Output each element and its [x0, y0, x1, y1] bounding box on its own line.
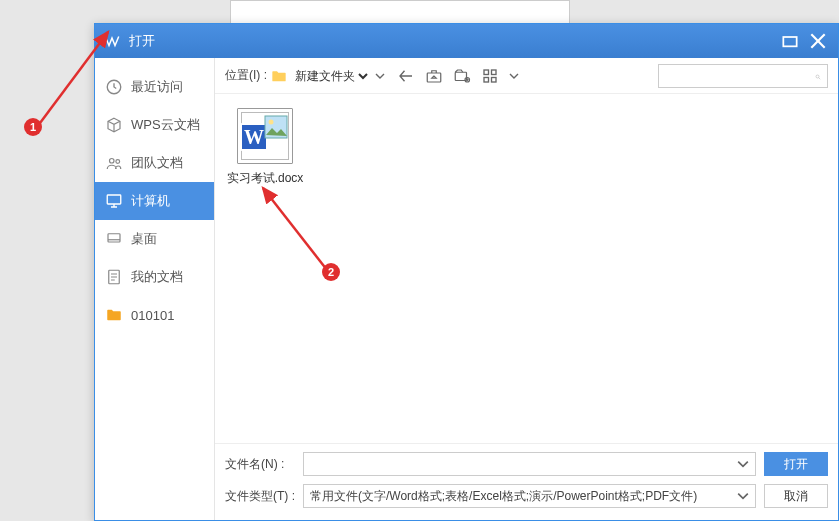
- document-icon: [105, 268, 123, 286]
- location-select[interactable]: 新建文件夹: [291, 68, 371, 84]
- sidebar-item-010101[interactable]: 010101: [95, 296, 214, 334]
- search-box[interactable]: [658, 64, 828, 88]
- filetype-label: 文件类型(T) :: [225, 488, 295, 505]
- sidebar-item-mydocs[interactable]: 我的文档: [95, 258, 214, 296]
- sidebar-item-label: 我的文档: [131, 268, 183, 286]
- sidebar-item-team[interactable]: 团队文档: [95, 144, 214, 182]
- svg-point-18: [816, 75, 819, 78]
- chevron-down-icon: [375, 71, 385, 81]
- sidebar-item-label: 最近访问: [131, 78, 183, 96]
- open-dialog: 打开 最近访问 WPS云文档 团队文档: [94, 23, 839, 521]
- svg-point-6: [110, 159, 115, 164]
- monitor-icon: [105, 192, 123, 210]
- window-title: 打开: [129, 32, 782, 50]
- sidebar-item-cloud[interactable]: WPS云文档: [95, 106, 214, 144]
- background-document-strip: [230, 0, 570, 23]
- chevron-down-icon: [737, 458, 749, 470]
- file-thumbnail: W: [237, 108, 293, 164]
- svg-rect-11: [427, 73, 441, 82]
- toolbar: 位置(I) : 新建文件夹: [215, 58, 838, 94]
- file-area[interactable]: W 实习考试.docx: [215, 94, 838, 443]
- sidebar: 最近访问 WPS云文档 团队文档 计算机 桌面 我的文档: [95, 58, 215, 520]
- filetype-combo[interactable]: 常用文件(文字/Word格式;表格/Excel格式;演示/PowerPoint格…: [303, 484, 756, 508]
- sidebar-item-computer[interactable]: 计算机: [95, 182, 214, 220]
- svg-point-7: [116, 160, 120, 164]
- svg-rect-16: [484, 77, 489, 82]
- filetype-value: 常用文件(文字/Word格式;表格/Excel格式;演示/PowerPoint格…: [310, 488, 737, 505]
- file-item[interactable]: W 实习考试.docx: [225, 108, 305, 187]
- team-icon: [105, 154, 123, 172]
- location-label: 位置(I) :: [225, 67, 267, 84]
- titlebar[interactable]: 打开: [95, 24, 838, 58]
- file-name: 实习考试.docx: [225, 170, 305, 187]
- annotation-badge-1: 1: [24, 118, 42, 136]
- sidebar-item-label: 桌面: [131, 230, 157, 248]
- filename-label: 文件名(N) :: [225, 456, 295, 473]
- cancel-button[interactable]: 取消: [764, 484, 828, 508]
- wps-logo-icon: [103, 32, 121, 50]
- desktop-icon: [105, 230, 123, 248]
- svg-rect-15: [492, 70, 497, 75]
- search-input[interactable]: [665, 69, 815, 83]
- clock-icon: [105, 78, 123, 96]
- open-button[interactable]: 打开: [764, 452, 828, 476]
- svg-rect-9: [108, 234, 120, 242]
- filename-combo[interactable]: [303, 452, 756, 476]
- sidebar-item-label: 010101: [131, 308, 174, 323]
- folder-icon: [271, 69, 287, 83]
- back-icon[interactable]: [397, 67, 415, 85]
- chevron-down-icon[interactable]: [509, 71, 519, 81]
- svg-rect-14: [484, 70, 489, 75]
- location-row: 位置(I) : 新建文件夹: [225, 67, 385, 84]
- folder-icon: [105, 306, 123, 324]
- sidebar-item-desktop[interactable]: 桌面: [95, 220, 214, 258]
- svg-rect-17: [492, 77, 497, 82]
- minimize-button[interactable]: [782, 33, 798, 49]
- sidebar-item-label: WPS云文档: [131, 116, 200, 134]
- sidebar-item-label: 计算机: [131, 192, 170, 210]
- chevron-down-icon: [737, 490, 749, 502]
- new-folder-icon[interactable]: [453, 67, 471, 85]
- svg-rect-2: [783, 37, 796, 46]
- view-mode-icon[interactable]: [481, 67, 499, 85]
- search-icon: [815, 69, 821, 83]
- svg-rect-8: [107, 195, 121, 204]
- cube-icon: [105, 116, 123, 134]
- up-icon[interactable]: [425, 67, 443, 85]
- svg-line-19: [819, 77, 821, 79]
- main-panel: 位置(I) : 新建文件夹: [215, 58, 838, 520]
- annotation-badge-2: 2: [322, 263, 340, 281]
- svg-point-21: [269, 120, 274, 125]
- sidebar-item-label: 团队文档: [131, 154, 183, 172]
- image-preview-icon: [264, 115, 288, 139]
- close-button[interactable]: [810, 33, 826, 49]
- sidebar-item-recent[interactable]: 最近访问: [95, 68, 214, 106]
- footer: 文件名(N) : 打开 文件类型(T) : 常用文件(文字/Word格式;表格/…: [215, 443, 838, 520]
